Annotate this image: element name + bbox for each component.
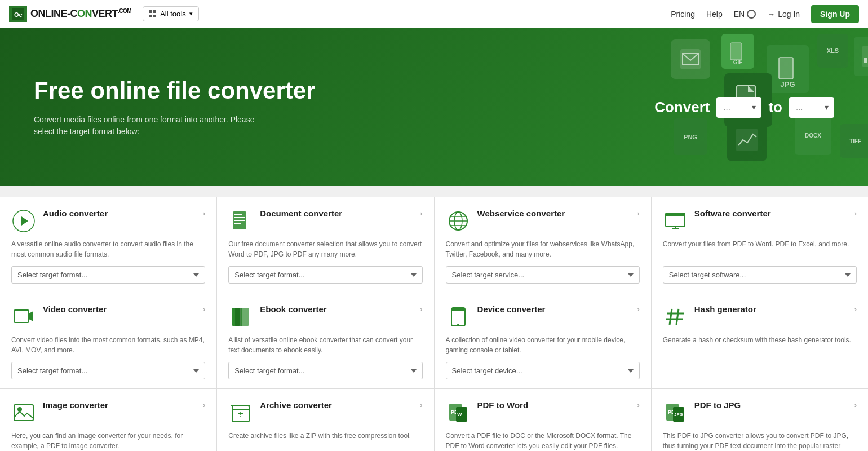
converter-select-audio[interactable]: Select target format... [11,266,205,284]
converter-card-software[interactable]: Software converter › Convert your files … [652,197,868,293]
logo[interactable]: Oc ONLINE-CONVERT.COM [9,6,131,22]
converter-select-software[interactable]: Select target software... [663,266,857,284]
card-header-video: Video converter › [11,304,205,329]
converter-card-image[interactable]: Image converter › Here, you can find an … [0,389,216,451]
card-header-hash: Hash generator › [663,304,857,329]
card-header-ebook: Ebook converter › [228,304,422,329]
card-icon-image [11,400,36,425]
chevron-right-icon: › [203,401,205,409]
converter-card-hash[interactable]: Hash generator › Generate a hash or chec… [652,293,868,388]
login-arrow-icon: → [767,10,775,19]
card-title-device: Device converter › [477,304,640,314]
card-icon-pdf-jpg: PDFJPG [663,400,688,425]
svg-rect-32 [451,308,465,311]
card-icon-webservice [446,209,471,233]
card-desc-device: A collection of online video converter f… [446,335,640,355]
converter-select-ebook[interactable]: Select target format... [228,362,422,379]
hero-convert-area: Convert ... MP3 MP4 PDF JPG to ... MP3 M… [654,97,834,118]
converter-card-video[interactable]: Video converter › Convert video files in… [0,293,216,388]
svg-rect-15 [234,217,245,218]
converter-select-device[interactable]: Select target device... [446,362,640,379]
main-content: ♪ Audio converter › A versatile online a… [0,186,868,451]
help-link[interactable]: Help [706,10,723,19]
svg-rect-10 [736,129,758,151]
chevron-right-icon: › [203,305,205,313]
converter-card-audio[interactable]: ♪ Audio converter › A versatile online a… [0,197,216,293]
card-title-area-video: Video converter › [43,304,205,314]
card-title-ebook: Ebook converter › [260,304,422,314]
hero-content: Free online file converter Convert media… [34,77,316,138]
svg-rect-2 [680,49,701,69]
card-desc-hash: Generate a hash or checksum with these h… [663,335,857,373]
all-tools-button[interactable]: All tools ▾ [143,6,199,21]
chevron-right-icon: › [420,209,422,218]
card-desc-ebook: A list of versatile online ebook convert… [228,335,422,355]
converter-card-device[interactable]: Device converter › A collection of onlin… [435,293,651,388]
card-title-archive: Archive converter › [260,400,422,410]
card-title-area-hash: Hash generator › [694,304,857,314]
card-header-image: Image converter › [11,400,205,425]
card-header-device: Device converter › [446,304,640,329]
converter-card-archive[interactable]: Archive converter › Create archive files… [217,389,433,451]
chevron-right-icon: › [854,305,857,313]
card-title-image: Image converter › [43,400,205,410]
converter-card-webservice[interactable]: Webservice converter › Convert and optim… [435,197,651,293]
converter-card-ebook[interactable]: Ebook converter › A list of versatile on… [217,293,433,388]
card-title-area-archive: Archive converter › [260,400,422,410]
card-title-software: Software converter › [694,209,857,218]
card-desc-pdf-word: Convert a PDF file to DOC or the Microso… [446,431,640,451]
card-desc-image: Here, you can find an image converter fo… [11,431,205,451]
converter-card-pdf-word[interactable]: PDFW PDF to Word › Convert a PDF file to… [435,389,651,451]
card-icon-document [228,209,253,233]
convert-to-wrapper: ... MP3 MP4 PDF JPG [789,97,834,118]
card-header-audio: ♪ Audio converter › [11,209,205,233]
card-icon-pdf-word: PDFW [446,400,471,425]
converter-card-pdf-jpg[interactable]: PDFJPG PDF to JPG › This PDF to JPG conv… [652,389,868,451]
converter-select-video[interactable]: Select target format... [11,362,205,379]
language-selector[interactable]: EN [734,10,756,19]
card-header-software: Software converter › [663,209,857,233]
converter-select-document[interactable]: Select target format... [228,266,422,284]
card-title-area-webservice: Webservice converter › [477,209,640,218]
svg-text:W: W [457,412,462,417]
convert-to-select[interactable]: ... MP3 MP4 PDF JPG [789,97,834,118]
svg-text:Oc: Oc [14,11,23,18]
svg-rect-14 [234,214,242,215]
svg-rect-30 [241,308,249,326]
converter-card-document[interactable]: Document converter › Our free document c… [217,197,433,293]
login-button[interactable]: → Log In [767,10,800,19]
card-desc-audio: A versatile online audio converter to co… [11,239,205,259]
logo-text: ONLINE-CONVERT.COM [30,8,131,20]
chevron-right-icon: › [420,305,422,313]
card-desc-video: Convert video files into the most common… [11,335,205,355]
svg-rect-38 [14,405,33,421]
navbar: Oc ONLINE-CONVERT.COM All tools ▾ Pricin… [0,0,868,28]
svg-rect-27 [14,310,29,322]
card-icon-archive [228,400,253,425]
chevron-right-icon: › [637,305,639,313]
card-icon-hash [663,304,688,329]
card-title-hash: Hash generator › [694,304,857,314]
converter-grid: ♪ Audio converter › A versatile online a… [0,197,868,451]
pricing-link[interactable]: Pricing [671,10,695,19]
card-title-area-pdf-jpg: PDF to JPG › [694,400,857,410]
convert-from-select[interactable]: ... MP3 MP4 PDF JPG [716,97,761,118]
card-title-webservice: Webservice converter › [477,209,640,218]
card-desc-archive: Create archive files like a ZIP with thi… [228,431,422,451]
svg-rect-17 [234,223,241,224]
chevron-right-icon: › [420,401,422,409]
card-desc-software: Convert your files from PDF to Word. PDF… [663,239,857,259]
svg-text:JPG: JPG [674,412,683,417]
card-title-area-image: Image converter › [43,400,205,410]
signup-button[interactable]: Sign Up [811,5,859,23]
chevron-right-icon: › [637,401,639,409]
card-desc-document: Our free document converter selection th… [228,239,422,259]
converter-select-webservice[interactable]: Select target service... [446,266,640,284]
card-icon-audio: ♪ [11,209,36,233]
logo-icon: Oc [9,6,27,22]
card-desc-pdf-jpg: This PDF to JPG converter allows you to … [663,431,857,451]
card-icon-software [663,209,688,233]
login-label: Log In [778,10,800,19]
svg-rect-4 [779,58,793,79]
card-title-area-document: Document converter › [260,209,422,218]
